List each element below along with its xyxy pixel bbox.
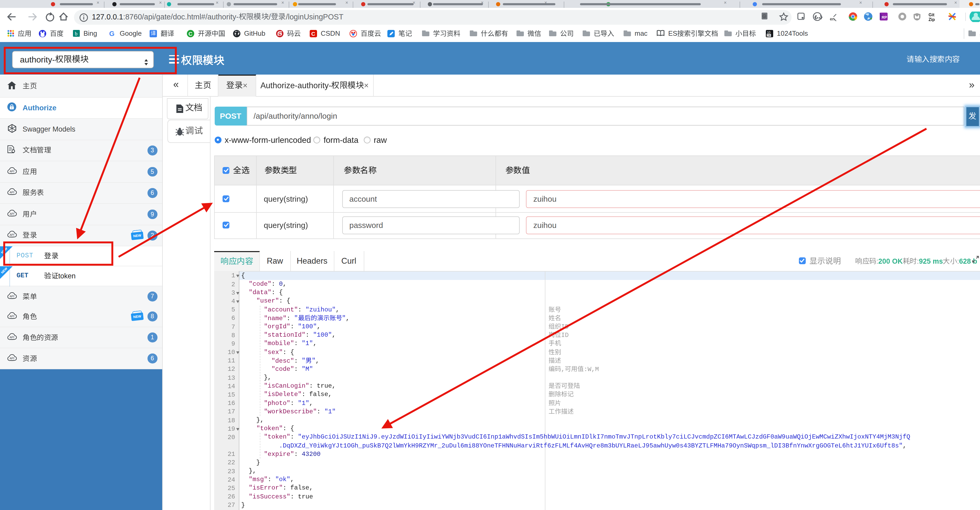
- svg-text:C: C: [188, 30, 192, 37]
- svg-text:API: API: [10, 356, 14, 360]
- svg-text:API: API: [10, 212, 14, 215]
- svg-text:G: G: [762, 14, 766, 19]
- svg-text:24: 24: [767, 33, 770, 37]
- svg-text:A: A: [11, 125, 12, 128]
- svg-text:C: C: [311, 31, 315, 37]
- svg-text:Git: Git: [929, 13, 935, 17]
- svg-text:Zip: Zip: [929, 18, 935, 22]
- svg-text:API: API: [10, 314, 14, 317]
- svg-text:b: b: [75, 31, 78, 37]
- svg-text:API: API: [10, 295, 14, 298]
- svg-text:RP: RP: [881, 15, 887, 19]
- svg-text:API: API: [10, 191, 14, 194]
- svg-text:G: G: [109, 30, 115, 37]
- svg-text:{..}: {..}: [815, 16, 822, 19]
- svg-text:API: API: [10, 233, 14, 236]
- svg-text:API: API: [10, 169, 14, 172]
- svg-text:API: API: [10, 335, 14, 338]
